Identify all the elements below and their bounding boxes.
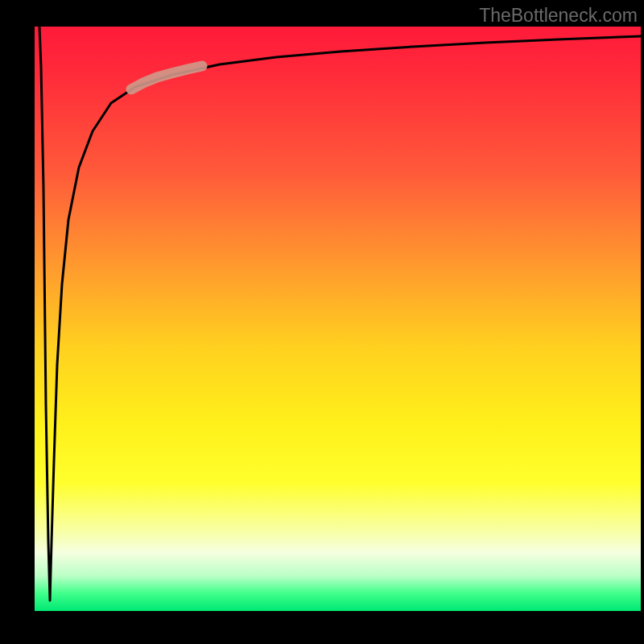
chart-frame: TheBottleneck.com	[0, 0, 644, 644]
curve-highlight	[131, 66, 202, 89]
watermark-text: TheBottleneck.com	[479, 5, 638, 27]
chart-overlay	[35, 27, 641, 611]
bottleneck-curve	[39, 27, 641, 601]
